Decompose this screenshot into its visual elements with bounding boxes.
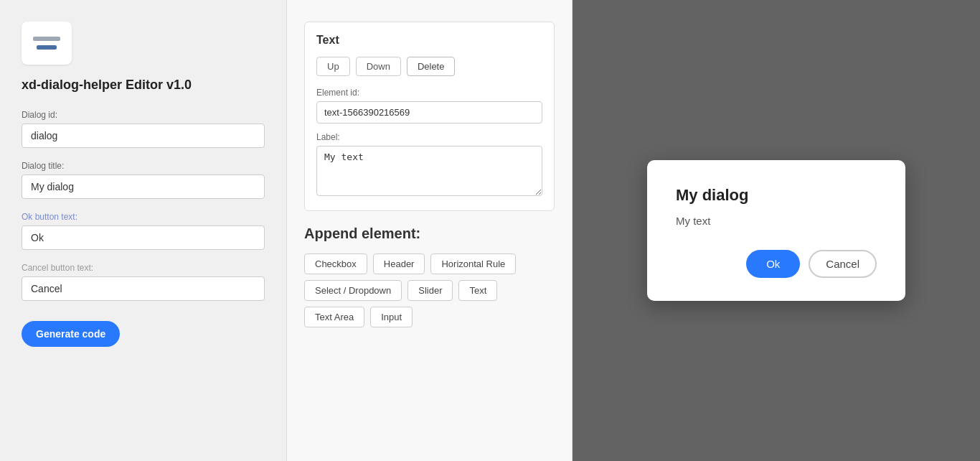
- left-panel: xd-dialog-helper Editor v1.0 Dialog id: …: [0, 0, 287, 461]
- append-select-dropdown-button[interactable]: Select / Dropdown: [304, 280, 402, 301]
- append-textarea-button[interactable]: Text Area: [304, 307, 364, 327]
- up-button[interactable]: Up: [316, 57, 350, 76]
- element-card: Text Up Down Delete Element id: Label: M…: [304, 22, 555, 211]
- cancel-button-label: Cancel button text:: [22, 263, 265, 273]
- card-actions: Up Down Delete: [316, 57, 542, 76]
- cancel-button-group: Cancel button text:: [22, 263, 265, 301]
- dialog-ok-button[interactable]: Ok: [746, 250, 800, 278]
- dialog-title-label: Dialog title:: [22, 161, 265, 171]
- icon-bar-bottom: [37, 45, 57, 50]
- ok-button-input[interactable]: [22, 225, 265, 250]
- generate-code-button[interactable]: Generate code: [22, 321, 120, 347]
- dialog-cancel-button[interactable]: Cancel: [809, 250, 877, 278]
- ok-button-label: Ok button text:: [22, 212, 265, 222]
- dialog-body-text: My text: [676, 215, 877, 227]
- dialog-title-input[interactable]: [22, 174, 265, 199]
- dialog-id-group: Dialog id:: [22, 110, 265, 148]
- append-input-button[interactable]: Input: [370, 307, 413, 327]
- element-card-title: Text: [316, 34, 542, 47]
- app-title: xd-dialog-helper Editor v1.0: [22, 78, 265, 93]
- label-textarea[interactable]: My text: [316, 146, 542, 196]
- dialog-title: My dialog: [676, 186, 877, 205]
- append-buttons: Checkbox Header Horizontal Rule Select /…: [304, 253, 555, 327]
- ok-button-group: Ok button text:: [22, 212, 265, 250]
- dialog-title-group: Dialog title:: [22, 161, 265, 199]
- cancel-button-input[interactable]: [22, 276, 265, 301]
- icon-bar-top: [33, 37, 60, 41]
- append-header-button[interactable]: Header: [373, 253, 425, 274]
- dialog-id-label: Dialog id:: [22, 110, 265, 120]
- element-id-input[interactable]: [316, 101, 542, 124]
- middle-panel: Text Up Down Delete Element id: Label: M…: [287, 0, 573, 461]
- element-id-label: Element id:: [316, 88, 542, 98]
- append-title: Append element:: [304, 225, 555, 242]
- label-field-label: Label:: [316, 132, 542, 142]
- append-horizontal-rule-button[interactable]: Horizontal Rule: [430, 253, 516, 274]
- down-button[interactable]: Down: [356, 57, 401, 76]
- append-slider-button[interactable]: Slider: [407, 280, 453, 301]
- append-checkbox-button[interactable]: Checkbox: [304, 253, 367, 274]
- right-panel: My dialog My text Ok Cancel: [573, 0, 980, 461]
- append-section: Append element: Checkbox Header Horizont…: [287, 225, 572, 345]
- dialog-modal: My dialog My text Ok Cancel: [647, 160, 905, 301]
- dialog-actions: Ok Cancel: [676, 250, 877, 278]
- delete-button[interactable]: Delete: [407, 57, 456, 76]
- app-icon: [22, 22, 72, 65]
- dialog-id-input[interactable]: [22, 124, 265, 148]
- append-text-button[interactable]: Text: [458, 280, 497, 301]
